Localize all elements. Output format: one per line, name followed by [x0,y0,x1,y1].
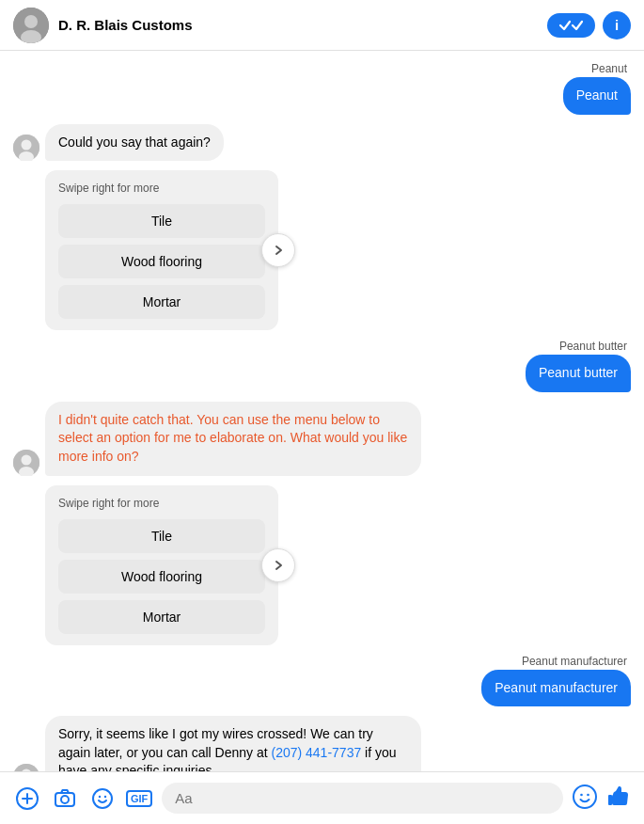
message-row-bot1: Could you say that again? [13,124,631,162]
bubble-bot3: I didn't quite catch that. You can use t… [45,402,421,476]
bot3-text: I didn't quite catch that. You can use t… [58,412,407,464]
chat-area: Peanut Peanut Could you say that again? … [0,51,644,771]
option-wood-flooring-1[interactable]: Wood flooring [58,245,265,278]
svg-point-7 [22,454,32,465]
svg-point-17 [93,789,112,808]
like-button[interactable] [606,784,631,812]
user-label-2: Peanut butter [526,340,627,353]
bubble-user1: Peanut [563,77,631,115]
svg-point-19 [104,795,106,797]
camera-button[interactable] [51,784,79,813]
message-row-user1: Peanut Peanut [13,62,631,115]
message-input[interactable] [162,783,563,814]
message-row-user2: Peanut butter Peanut butter [13,340,631,392]
svg-point-4 [22,140,32,151]
bot-avatar-3 [13,450,39,476]
svg-rect-23 [608,795,612,805]
message-row-bot-card1: Swipe right for more Tile Wood flooring … [13,170,631,330]
chevron-button-1[interactable] [261,233,295,267]
message-row-bot3: I didn't quite catch that. You can use t… [13,402,631,476]
option-tile-1[interactable]: Tile [58,204,265,238]
svg-point-18 [99,795,101,797]
chevron-button-2[interactable] [261,548,295,582]
sticker-button[interactable] [88,784,117,813]
bot-avatar-5 [13,764,39,771]
plus-button[interactable] [13,784,41,813]
avatar [13,8,49,43]
bubble-user2: Peanut butter [526,355,631,392]
gif-button[interactable]: GIF [126,790,152,807]
header-actions: i [547,11,631,40]
message-row-user3: Peanut manufacturer Peanut manufacturer [13,655,631,707]
option-tile-2[interactable]: Tile [58,519,265,553]
option-mortar-1[interactable]: Mortar [58,285,265,319]
user-label-1: Peanut [563,62,627,75]
swipe-label-1: Swipe right for more [58,182,265,195]
bubble-bot5: Sorry, it seems like I got my wires cros… [45,716,421,771]
card-1: Swipe right for more Tile Wood flooring … [45,170,278,330]
swipe-label-2: Swipe right for more [58,497,265,510]
user-label-3: Peanut manufacturer [481,655,627,668]
svg-point-20 [573,785,596,808]
svg-point-1 [24,15,38,28]
svg-point-22 [587,794,589,797]
header: D. R. Blais Customs i [0,0,644,51]
checkmark-button[interactable] [547,13,595,38]
header-bot-name: D. R. Blais Customs [58,17,547,33]
bubble-bot1: Could you say that again? [45,124,224,162]
emoji-button[interactable] [573,784,597,812]
option-wood-flooring-2[interactable]: Wood flooring [58,560,265,594]
svg-point-16 [61,796,69,803]
card-options-1: Tile Wood flooring Mortar [58,204,265,319]
card-2: Swipe right for more Tile Wood flooring … [45,485,278,645]
svg-point-21 [580,794,583,797]
message-row-bot5: Sorry, it seems like I got my wires cros… [13,716,631,771]
info-button[interactable]: i [603,11,631,40]
option-mortar-2[interactable]: Mortar [58,600,265,634]
card-options-2: Tile Wood flooring Mortar [58,519,265,634]
footer: GIF [0,771,644,824]
bubble-user3: Peanut manufacturer [481,670,631,707]
message-row-bot-card2: Swipe right for more Tile Wood flooring … [13,485,631,645]
bot-avatar-1 [13,135,39,161]
